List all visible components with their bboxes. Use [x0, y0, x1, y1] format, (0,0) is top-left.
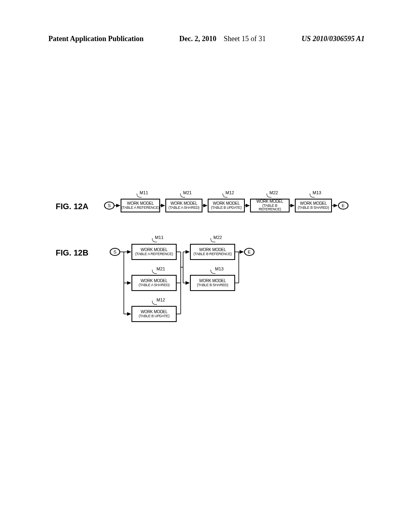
box-title: WORK MODEL	[300, 202, 327, 206]
box-sub: (TABLE A SHARED)	[169, 206, 200, 210]
fig12b-box-m11: WORK MODEL (TABLE A REFERENCE)	[131, 244, 177, 260]
box-title: WORK MODEL	[141, 248, 167, 252]
box-sub: (TABLE B UPDATE)	[211, 206, 242, 210]
fig12b-box-m12: WORK MODEL (TABLE B UPDATE)	[131, 306, 177, 322]
fig12b-box-m21: WORK MODEL (TABLE A SHARED)	[131, 275, 177, 291]
fig12b-start-node: S	[110, 248, 120, 256]
fig12b-label: FIG. 12B	[56, 248, 88, 258]
ref-b-m21: M21	[156, 266, 165, 271]
header-left: Patent Application Publication	[48, 35, 144, 43]
fig12a-box-m13: WORK MODEL (TABLE B SHARED)	[295, 199, 332, 212]
box-sub: (TABLE B UPDATE)	[139, 314, 169, 318]
start-text: S	[108, 203, 111, 208]
fig12a-box-m12: WORK MODEL (TABLE B UPDATE)	[208, 199, 245, 212]
header-sheet: Sheet 15 of 31	[224, 35, 266, 43]
start-text: S	[113, 249, 116, 254]
box-title: WORK MODEL	[127, 202, 154, 206]
ref-b-m13: M13	[215, 266, 223, 271]
header-date: Dec. 2, 2010	[179, 35, 217, 43]
fig12a-arrows	[0, 0, 413, 532]
fig12b-box-m13: WORK MODEL (TABLE B SHARED)	[190, 275, 235, 291]
box-sub: (TABLE A SHARED)	[139, 283, 170, 287]
header-pub: US 2010/0306595 A1	[302, 35, 365, 43]
box-title: WORK MODEL	[213, 202, 240, 206]
fig12a-end-node: E	[338, 202, 348, 210]
fig12b-box-m22: WORK MODEL (TABLE B REFERENCE)	[190, 244, 235, 260]
box-title: WORK MODEL	[141, 310, 167, 314]
box-title: WORK MODEL	[171, 202, 197, 206]
box-sub: (TABLE B REFERENCE)	[194, 252, 232, 256]
box-sub: (TABLE B SHARED)	[197, 283, 228, 287]
fig12a-label: FIG. 12A	[56, 202, 88, 211]
fig12a-start-node: S	[104, 202, 115, 210]
box-sub: (TABLE B SHARED)	[298, 206, 329, 210]
end-text: E	[342, 203, 344, 208]
end-text: E	[248, 249, 250, 254]
fig12a-box-m21: WORK MODEL (TABLE A SHARED)	[165, 199, 202, 212]
box-title: WORK MODEL	[199, 279, 226, 283]
box-title: WORK MODEL	[141, 279, 167, 283]
fig12a-box-m11: WORK MODEL (TABLE A REFERENCE)	[121, 199, 160, 212]
box-sub: (TABLE B REFERENCE)	[251, 204, 289, 212]
box-title: WORK MODEL	[199, 248, 226, 252]
fig12b-end-node: E	[244, 248, 254, 256]
box-sub: (TABLE A REFERENCE)	[121, 206, 159, 210]
fig12b-arrows	[0, 0, 413, 532]
ref-b-m12: M12	[156, 297, 165, 302]
fig12a-box-m22: WORK MODEL (TABLE B REFERENCE)	[250, 199, 290, 212]
box-sub: (TABLE A REFERENCE)	[135, 252, 173, 256]
page-header: Patent Application Publication Dec. 2, 2…	[48, 35, 365, 43]
